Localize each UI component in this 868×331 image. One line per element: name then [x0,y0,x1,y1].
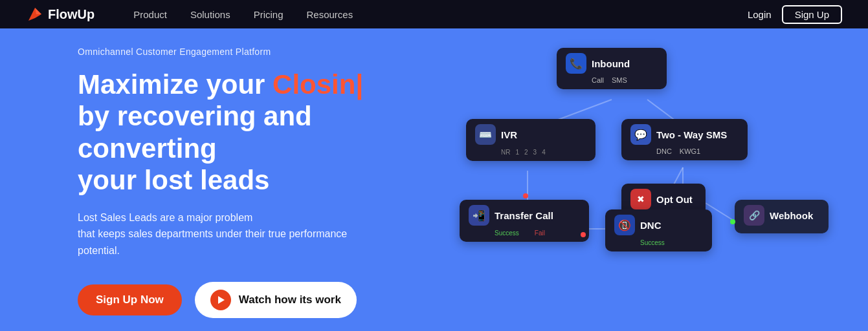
transfer-fail: Fail [535,230,545,237]
sms-kwg: KWG1 [680,147,700,155]
transfer-success: Success [495,230,519,237]
transfer-footer: Success Fail [469,230,580,237]
inbound-icon: 📞 [566,53,586,74]
ivr-node: ⌨️ IVR NR 1 2 3 4 [466,119,595,161]
watch-button[interactable]: Watch how its work [195,282,357,318]
nav-product[interactable]: Product [133,9,167,20]
nav-links: Product Solutions Pricing Resources [133,9,748,20]
nav-resources[interactable]: Resources [307,9,353,20]
logo-icon [26,5,44,23]
hero-title-highlight: Closin| [273,69,363,100]
ivr-footer: NR 1 2 3 4 [475,149,586,156]
optout-icon: ✖ [630,189,651,209]
sms-node: 💬 Two - Way SMS DNC KWG1 [621,119,748,160]
nav-pricing[interactable]: Pricing [254,9,284,20]
play-icon [210,290,231,310]
inbound-title: Inbound [592,58,630,69]
hero-actions: Sign Up Now Watch how its work [78,282,388,318]
status-dot-green [730,219,735,224]
inbound-sms: SMS [612,76,627,84]
signup-nav-button[interactable]: Sign Up [782,5,842,24]
signup-cta-button[interactable]: Sign Up Now [78,284,182,315]
dnc-title: DNC [640,220,662,231]
webhook-icon: 🔗 [744,205,764,226]
hero-tagline: Omnichannel Customer Engagement Platform [78,47,388,57]
hero-title: Maximize your Closin| by recovering and … [78,69,388,197]
inbound-call: Call [592,76,604,84]
ivr-icon: ⌨️ [475,124,496,145]
navbar: FlowUp Product Solutions Pricing Resourc… [0,0,868,28]
dnc-node: 📵 DNC Success [605,209,712,251]
transfer-icon: 📲 [469,205,489,226]
login-button[interactable]: Login [748,9,772,20]
hero-left: Omnichannel Customer Engagement Platform… [0,28,427,331]
sms-icon: 💬 [630,124,651,145]
webhook-title: Webhook [770,210,813,221]
inbound-subtitle: Call SMS [566,76,658,84]
webhook-node: 🔗 Webhook [735,200,829,233]
sms-header: 💬 Two - Way SMS [630,124,739,145]
inbound-node: 📞 Inbound Call SMS [557,48,667,89]
dnc-header: 📵 DNC [614,215,703,235]
sms-title: Two - Way SMS [656,129,727,140]
transfer-call-node: 📲 Transfer Call Success Fail [460,200,589,242]
nav-solutions[interactable]: Solutions [190,9,230,20]
ivr-header: ⌨️ IVR [475,124,586,145]
dnc-success: Success [640,239,665,246]
status-dot-red-1 [523,193,528,198]
inbound-header: 📞 Inbound [566,53,658,74]
sms-subtitle: DNC KWG1 [630,147,739,155]
ivr-title: IVR [501,129,517,140]
hero-diagram: 📞 Inbound Call SMS ⌨️ IVR NR 1 2 3 4 [427,28,868,331]
hero-title-start: Maximize your [78,69,273,100]
hero-section: Omnichannel Customer Engagement Platform… [0,28,868,331]
optout-title: Opt Out [656,194,693,205]
dnc-footer: Success [614,239,703,246]
logo-text: FlowUp [48,7,95,22]
transfer-title: Transfer Call [495,210,553,221]
hero-desc: Lost Sales Leads are a major problem tha… [78,209,388,259]
nav-actions: Login Sign Up [748,5,842,24]
status-dot-red-2 [581,232,586,237]
hero-title-end: by recovering and convertingyour lost le… [78,101,312,195]
transfer-header: 📲 Transfer Call [469,205,580,226]
optout-header: ✖ Opt Out [630,189,696,209]
sms-dnc: DNC [656,147,672,155]
watch-label: Watch how its work [239,294,341,306]
webhook-header: 🔗 Webhook [744,205,819,226]
logo[interactable]: FlowUp [26,5,95,23]
dnc-icon: 📵 [614,215,635,235]
